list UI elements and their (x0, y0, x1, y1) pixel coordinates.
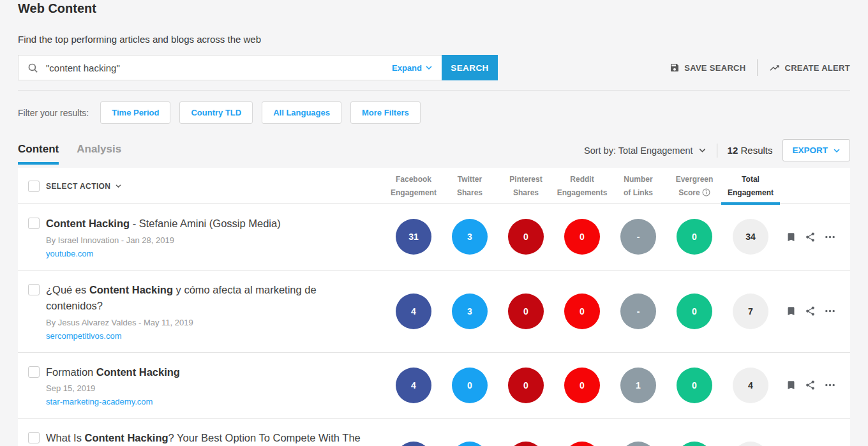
number-of-links-value: - (620, 442, 656, 446)
tab-content-label: Content (18, 143, 59, 155)
facebook-engagement-value: 0 (396, 442, 431, 446)
twitter-shares-value: 1 (452, 442, 488, 446)
result-title[interactable]: Content Hacking - Stefanie Amini (Gossip… (46, 216, 369, 232)
twitter-shares-value: 3 (452, 219, 488, 255)
active-tab-underline (18, 162, 59, 165)
more-options-icon[interactable] (824, 232, 836, 242)
column-header-total-engagement[interactable]: TotalEngagement (722, 168, 779, 204)
pinterest-shares-value: 0 (508, 442, 544, 446)
result-title[interactable]: ¿Qué es Content Hacking y cómo afecta al… (46, 282, 369, 315)
table-row: ¿Qué es Content Hacking y cómo afecta al… (18, 271, 850, 353)
reddit-engagements-value: 0 (564, 368, 600, 403)
result-byline: By Israel Innovation - Jan 28, 2019 (46, 235, 369, 245)
row-checkbox[interactable] (28, 284, 40, 295)
share-icon[interactable] (805, 380, 816, 390)
export-button[interactable]: EXPORT (782, 139, 850, 161)
evergreen-score-value: 0 (677, 294, 712, 329)
search-button[interactable]: SEARCH (442, 55, 498, 80)
filter-label: Filter your results: (18, 108, 89, 118)
chevron-down-icon (115, 182, 122, 190)
column-header-facebook-engagement[interactable]: FacebookEngagement (385, 168, 442, 204)
sort-by-dropdown[interactable]: Sort by: Total Engagement (584, 145, 707, 156)
page-subtitle: Find the top performing articles and blo… (18, 34, 850, 45)
total-engagement-value: 7 (733, 294, 768, 329)
column-header-number-of-links[interactable]: Numberof Links (610, 168, 666, 204)
create-alert-label: CREATE ALERT (784, 63, 850, 73)
bookmark-icon[interactable] (786, 306, 797, 316)
search-input[interactable] (46, 63, 392, 73)
tabs-bar: Content Analysis Sort by: Total Engageme… (18, 139, 850, 168)
pinterest-shares-value: 0 (508, 368, 544, 403)
pinterest-shares-value: 0 (508, 219, 544, 255)
total-engagement-value: 4 (733, 368, 768, 403)
result-domain-link[interactable]: star-marketing-academy.com (46, 397, 369, 406)
result-title[interactable]: What Is Content Hacking? Your Best Optio… (46, 430, 369, 446)
facebook-engagement-value: 4 (396, 368, 431, 403)
chevron-down-icon (698, 146, 707, 154)
expand-toggle[interactable]: Expand (392, 63, 433, 73)
twitter-shares-value: 3 (452, 294, 488, 329)
table-row: Formation Content Hacking Sep 15, 2019 s… (18, 353, 850, 419)
trending-up-icon (769, 63, 780, 73)
divider (757, 59, 758, 76)
select-action-dropdown[interactable]: SELECT ACTION (46, 182, 385, 191)
info-icon[interactable] (702, 188, 710, 197)
result-title[interactable]: Formation Content Hacking (46, 364, 369, 381)
row-checkbox[interactable] (28, 432, 40, 443)
filter-more-filters[interactable]: More Filters (350, 101, 421, 124)
row-checkbox[interactable] (28, 366, 40, 378)
reddit-engagements-value: 0 (564, 219, 600, 255)
filter-bar: Filter your results: Time Period Country… (18, 101, 850, 124)
select-all-checkbox[interactable] (28, 181, 40, 192)
row-checkbox[interactable] (28, 218, 40, 229)
search-box[interactable]: Expand (18, 55, 442, 80)
chevron-down-icon (425, 64, 433, 71)
search-icon (27, 63, 38, 73)
result-byline: By Jesus Alvarez Valdes - May 11, 2019 (46, 318, 369, 327)
pinterest-shares-value: 0 (508, 294, 544, 329)
search-bar: Expand SEARCH SAVE SEARCH CREATE ALERT (18, 55, 850, 80)
more-options-icon[interactable] (824, 380, 836, 390)
total-engagement-value: 34 (733, 219, 768, 255)
tab-analysis-label: Analysis (77, 143, 121, 155)
twitter-shares-value: 0 (452, 368, 488, 403)
filter-all-languages[interactable]: All Languages (262, 101, 341, 124)
facebook-engagement-value: 31 (396, 219, 431, 255)
column-header-reddit-engagements[interactable]: RedditEngagements (554, 168, 610, 204)
results-number: 12 (728, 145, 738, 156)
sort-by-label: Sort by: Total Engagement (584, 145, 693, 156)
share-icon[interactable] (805, 232, 816, 242)
bookmark-icon[interactable] (786, 232, 797, 242)
column-header-evergreen-score[interactable]: Evergreen Score (666, 168, 722, 204)
result-domain-link[interactable]: youtube.com (46, 249, 369, 258)
save-search-label: SAVE SEARCH (684, 63, 745, 73)
save-search-button[interactable]: SAVE SEARCH (670, 63, 745, 73)
create-alert-button[interactable]: CREATE ALERT (769, 63, 850, 73)
evergreen-score-value: 0 (677, 219, 712, 255)
tab-content[interactable]: Content (18, 143, 59, 165)
column-header-twitter-shares[interactable]: TwitterShares (442, 168, 498, 204)
evergreen-score-value: 0 (677, 368, 712, 403)
evergreen-score-value: 0 (677, 442, 712, 446)
tab-analysis[interactable]: Analysis (77, 143, 121, 165)
filter-country-tld[interactable]: Country TLD (179, 101, 253, 124)
number-of-links-value: - (620, 219, 656, 255)
bookmark-icon[interactable] (786, 380, 797, 390)
result-domain-link[interactable]: sercompetitivos.com (46, 331, 369, 341)
export-label: EXPORT (792, 145, 828, 155)
reddit-engagements-value: 0 (564, 294, 600, 329)
save-icon (670, 63, 680, 73)
chevron-down-icon (833, 147, 841, 154)
number-of-links-value: - (620, 294, 656, 329)
select-action-label: SELECT ACTION (46, 182, 110, 191)
share-icon[interactable] (805, 306, 816, 316)
number-of-links-value: 1 (620, 368, 656, 403)
column-header-pinterest-shares[interactable]: PinterestShares (498, 168, 554, 204)
results-table: SELECT ACTION FacebookEngagement Twitter… (18, 168, 850, 446)
page-title: Web Content (18, 0, 850, 16)
total-engagement-value: 1 (733, 442, 768, 446)
filter-time-period[interactable]: Time Period (100, 101, 170, 124)
sorted-column-indicator (721, 202, 780, 205)
more-options-icon[interactable] (824, 306, 836, 316)
divider (717, 144, 717, 158)
